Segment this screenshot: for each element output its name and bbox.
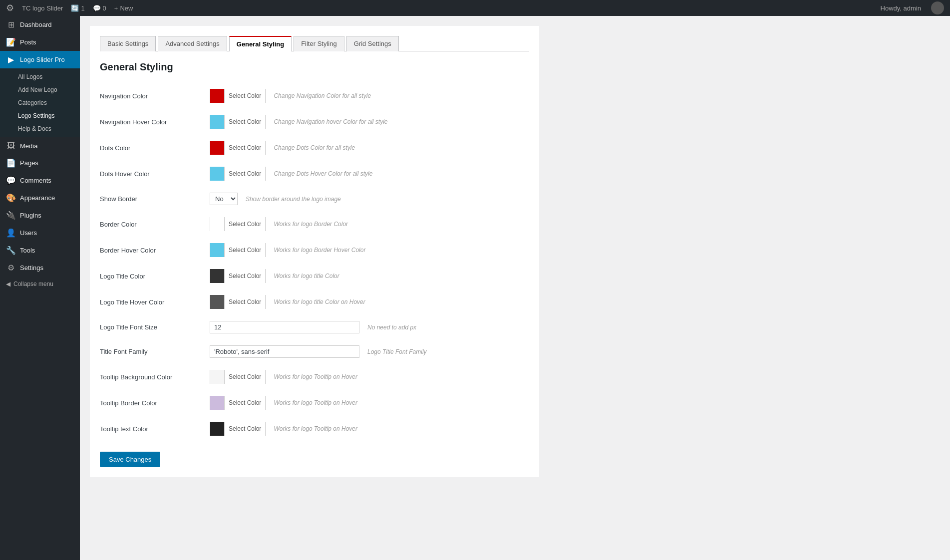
sidebar-label-settings: Settings	[20, 264, 43, 272]
save-changes-button[interactable]: Save Changes	[100, 452, 160, 467]
color-button-label-logo-title-hover-color: Select Color	[224, 295, 265, 309]
pages-icon: 📄	[6, 158, 16, 168]
select-show-border[interactable]: NoYes	[210, 193, 238, 205]
field-cell-tooltip-background-color: Select ColorWorks for logo Tooltip on Ho…	[210, 364, 529, 390]
tab-bar: Basic Settings Advanced Settings General…	[100, 36, 529, 51]
sidebar-item-comments[interactable]: 💬 Comments	[0, 172, 80, 189]
admin-avatar[interactable]	[931, 1, 944, 14]
field-label-tooltip-background-color: Tooltip Background Color	[100, 364, 210, 390]
field-cell-show-border: NoYesShow border around the logo image	[210, 187, 529, 211]
settings-form: Navigation ColorSelect ColorChange Navig…	[100, 83, 529, 442]
submenu-item-help-docs[interactable]: Help & Docs	[0, 122, 80, 135]
field-cell-border-color: Select ColorWorks for logo Border Color	[210, 211, 529, 237]
form-row-dots-color: Dots ColorSelect ColorChange Dots Color …	[100, 135, 529, 161]
tab-general-styling[interactable]: General Styling	[229, 36, 292, 51]
tab-grid-settings[interactable]: Grid Settings	[346, 36, 399, 51]
field-hint-dots-hover-color: Change Dots Hover Color for all style	[274, 170, 372, 177]
color-swatch-logo-title-color	[210, 269, 224, 283]
form-row-title-font-family: Title Font FamilyLogo Title Font Family	[100, 339, 529, 364]
field-cell-logo-title-color: Select ColorWorks for logo title Color	[210, 263, 529, 289]
field-label-title-font-family: Title Font Family	[100, 339, 210, 364]
sidebar-item-posts[interactable]: 📝 Posts	[0, 33, 80, 51]
sidebar-item-media[interactable]: 🖼 Media	[0, 137, 80, 154]
logo-slider-submenu: All Logos Add New Logo Categories Logo S…	[0, 68, 80, 137]
site-name[interactable]: TC logo Slider	[22, 4, 63, 12]
submenu-item-logo-settings[interactable]: Logo Settings	[0, 109, 80, 122]
sidebar-item-appearance[interactable]: 🎨 Appearance	[0, 189, 80, 207]
field-cell-logo-title-hover-color: Select ColorWorks for logo title Color o…	[210, 289, 529, 315]
wp-logo-icon[interactable]: ⚙	[6, 2, 14, 13]
color-picker-logo-title-hover-color[interactable]: Select Color	[210, 295, 266, 309]
color-picker-navigation-color[interactable]: Select Color	[210, 89, 266, 103]
field-label-dots-color: Dots Color	[100, 135, 210, 161]
input-title-font-family[interactable]	[210, 345, 359, 358]
comments-icon: 💬	[93, 4, 101, 12]
color-button-label-border-hover-color: Select Color	[224, 243, 265, 257]
sidebar-item-dashboard[interactable]: ⊞ Dashboard	[0, 16, 80, 33]
admin-sidebar: ⊞ Dashboard 📝 Posts ▶ Logo Slider Pro Al…	[0, 16, 80, 560]
form-row-border-hover-color: Border Hover ColorSelect ColorWorks for …	[100, 237, 529, 263]
media-icon: 🖼	[6, 141, 16, 150]
field-cell-tooltip-text-color: Select ColorWorks for logo Tooltip on Ho…	[210, 416, 529, 442]
comments-sidebar-icon: 💬	[6, 176, 16, 185]
main-content: Basic Settings Advanced Settings General…	[80, 16, 950, 560]
sidebar-item-pages[interactable]: 📄 Pages	[0, 154, 80, 172]
sidebar-label-posts: Posts	[20, 38, 36, 46]
submenu-item-add-new-logo[interactable]: Add New Logo	[0, 83, 80, 96]
field-hint-logo-title-font-size: No need to add px	[367, 324, 416, 331]
sidebar-label-users: Users	[20, 229, 37, 237]
submenu-item-all-logos[interactable]: All Logos	[0, 70, 80, 83]
form-row-logo-title-color: Logo Title ColorSelect ColorWorks for lo…	[100, 263, 529, 289]
sidebar-item-logo-slider[interactable]: ▶ Logo Slider Pro	[0, 51, 80, 68]
color-picker-border-hover-color[interactable]: Select Color	[210, 243, 266, 257]
field-label-border-hover-color: Border Hover Color	[100, 237, 210, 263]
color-swatch-tooltip-background-color	[210, 370, 224, 384]
admin-bar: ⚙ TC logo Slider 🔄 1 💬 0 + New Howdy, ad…	[0, 0, 950, 16]
input-logo-title-font-size[interactable]	[210, 321, 359, 333]
field-label-dots-hover-color: Dots Hover Color	[100, 161, 210, 187]
sidebar-item-tools[interactable]: 🔧 Tools	[0, 242, 80, 259]
color-picker-tooltip-border-color[interactable]: Select Color	[210, 396, 266, 410]
sidebar-label-dashboard: Dashboard	[20, 21, 52, 28]
content-wrap: Basic Settings Advanced Settings General…	[90, 26, 539, 477]
tab-basic-settings[interactable]: Basic Settings	[100, 36, 156, 51]
appearance-icon: 🎨	[6, 193, 16, 203]
sidebar-item-settings[interactable]: ⚙ Settings	[0, 259, 80, 277]
color-picker-dots-hover-color[interactable]: Select Color	[210, 167, 266, 181]
field-label-show-border: Show Border	[100, 187, 210, 211]
field-cell-border-hover-color: Select ColorWorks for logo Border Hover …	[210, 237, 529, 263]
tab-filter-styling[interactable]: Filter Styling	[294, 36, 344, 51]
settings-icon: ⚙	[6, 263, 16, 273]
new-item[interactable]: + New	[114, 4, 133, 12]
tab-advanced-settings[interactable]: Advanced Settings	[158, 36, 227, 51]
color-picker-border-color[interactable]: Select Color	[210, 217, 266, 231]
sidebar-label-plugins: Plugins	[20, 212, 41, 219]
color-button-label-tooltip-text-color: Select Color	[224, 422, 265, 436]
color-picker-tooltip-text-color[interactable]: Select Color	[210, 422, 266, 436]
sidebar-label-logo-slider: Logo Slider Pro	[20, 56, 65, 63]
updates-item[interactable]: 🔄 1	[71, 4, 84, 12]
field-label-border-color: Border Color	[100, 211, 210, 237]
color-picker-navigation-hover-color[interactable]: Select Color	[210, 115, 266, 129]
collapse-menu-button[interactable]: ◀ Collapse menu	[0, 277, 80, 291]
form-row-navigation-hover-color: Navigation Hover ColorSelect ColorChange…	[100, 109, 529, 135]
color-button-label-navigation-hover-color: Select Color	[224, 115, 265, 129]
submenu-item-categories[interactable]: Categories	[0, 96, 80, 109]
field-hint-tooltip-text-color: Works for logo Tooltip on Hover	[274, 425, 357, 432]
color-swatch-navigation-color	[210, 89, 224, 103]
comments-item[interactable]: 💬 0	[93, 4, 106, 12]
color-button-label-border-color: Select Color	[224, 217, 265, 231]
sidebar-item-plugins[interactable]: 🔌 Plugins	[0, 207, 80, 224]
form-row-show-border: Show BorderNoYesShow border around the l…	[100, 187, 529, 211]
field-label-tooltip-text-color: Tooltip text Color	[100, 416, 210, 442]
sidebar-label-pages: Pages	[20, 159, 38, 167]
field-cell-title-font-family: Logo Title Font Family	[210, 339, 529, 364]
color-picker-dots-color[interactable]: Select Color	[210, 141, 266, 155]
field-hint-logo-title-color: Works for logo title Color	[274, 273, 339, 280]
color-picker-logo-title-color[interactable]: Select Color	[210, 269, 266, 283]
sidebar-label-appearance: Appearance	[20, 194, 55, 202]
dashboard-icon: ⊞	[6, 20, 16, 29]
color-swatch-dots-hover-color	[210, 167, 224, 181]
sidebar-item-users[interactable]: 👤 Users	[0, 224, 80, 242]
color-picker-tooltip-background-color[interactable]: Select Color	[210, 370, 266, 384]
